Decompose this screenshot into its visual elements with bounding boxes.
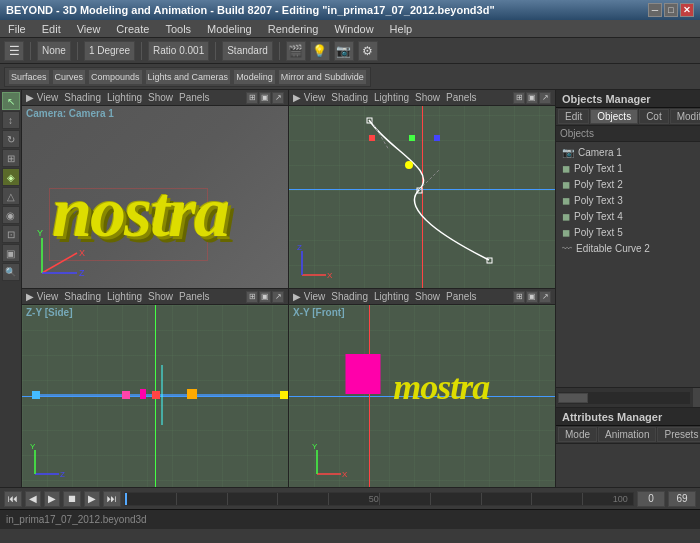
vp-camera-corner-2[interactable]: ▣ [259, 92, 271, 104]
vp-zy-corner-2[interactable]: ▣ [259, 291, 271, 303]
surfaces-tab[interactable]: Surfaces [8, 69, 50, 85]
attrs-tab-presets[interactable]: Presets [657, 427, 700, 442]
menu-item-rendering[interactable]: Rendering [264, 22, 323, 36]
stop-button[interactable]: ⏹ [63, 491, 81, 507]
vp-xz-view-menu[interactable]: ▶ View [293, 92, 325, 103]
camera-icon[interactable]: 📷 [334, 41, 354, 61]
vp-xz-show-menu[interactable]: Show [415, 92, 440, 103]
vp-zy-panels-menu[interactable]: Panels [179, 291, 210, 302]
maximize-button[interactable]: □ [664, 3, 678, 17]
vp-zy-corner-3[interactable]: ↗ [272, 291, 284, 303]
vp-xy-corner-2[interactable]: ▣ [526, 291, 538, 303]
vp-xz-corner-1[interactable]: ⊞ [513, 92, 525, 104]
standard-button[interactable]: Standard [222, 41, 273, 61]
menu-item-modeling[interactable]: Modeling [203, 22, 256, 36]
vp-camera-corner-1[interactable]: ⊞ [246, 92, 258, 104]
vp-xz-shading-menu[interactable]: Shading [331, 92, 368, 103]
vp-zy-corner-1[interactable]: ⊞ [246, 291, 258, 303]
timeline[interactable]: 50 100 [124, 492, 634, 506]
obj-editable-curve[interactable]: 〰 Editable Curve 2 [558, 240, 698, 256]
frame-current[interactable]: 0 [637, 491, 665, 507]
play-button[interactable]: ▶ [44, 491, 60, 507]
vp-camera-shading-menu[interactable]: Shading [64, 92, 101, 103]
ratio-button[interactable]: Ratio 0.001 [148, 41, 209, 61]
obj-poly-text-2[interactable]: ◼ Poly Text 2 [558, 176, 698, 192]
tab-cot[interactable]: Cot [639, 109, 669, 124]
left-icon-rotate[interactable]: ↻ [2, 130, 20, 148]
attrs-tab-mode[interactable]: Mode [558, 427, 597, 442]
left-icon-poly[interactable]: △ [2, 187, 20, 205]
vp-xy-panels-menu[interactable]: Panels [446, 291, 477, 302]
none-button[interactable]: None [37, 41, 71, 61]
tab-modifiers[interactable]: Modifiers [670, 109, 700, 124]
vp-zy-show-menu[interactable]: Show [148, 291, 173, 302]
tab-objects[interactable]: Objects [590, 109, 638, 124]
left-icon-select[interactable]: ↖ [2, 92, 20, 110]
objects-scrollbar[interactable] [556, 387, 700, 407]
vp-zy-shading-menu[interactable]: Shading [64, 291, 101, 302]
lights-cameras-tab[interactable]: Lights and Cameras [145, 69, 232, 85]
prev-frame-button[interactable]: ◀ [25, 491, 41, 507]
menu-item-edit[interactable]: Edit [38, 22, 65, 36]
left-icon-box[interactable]: ⊡ [2, 225, 20, 243]
modeling-tab[interactable]: Modeling [233, 69, 276, 85]
vp-xy-shading-menu[interactable]: Shading [331, 291, 368, 302]
menu-item-tools[interactable]: Tools [161, 22, 195, 36]
vp-xz-corner-2[interactable]: ▣ [526, 92, 538, 104]
obj-poly-text-3[interactable]: ◼ Poly Text 3 [558, 192, 698, 208]
minimize-button[interactable]: ─ [648, 3, 662, 17]
vp-zy-lighting-menu[interactable]: Lighting [107, 291, 142, 302]
settings-icon[interactable]: ⚙ [358, 41, 378, 61]
vp-camera-view-menu[interactable]: ▶ View [26, 92, 58, 103]
render-icon[interactable]: 🎬 [286, 41, 306, 61]
skip-end-button[interactable]: ⏭ [103, 491, 121, 507]
vp-xy-corner-3[interactable]: ↗ [539, 291, 551, 303]
next-frame-button[interactable]: ▶ [84, 491, 100, 507]
left-icon-snap[interactable]: ◈ [2, 168, 20, 186]
skip-start-button[interactable]: ⏮ [4, 491, 22, 507]
vp-camera-show-menu[interactable]: Show [148, 92, 173, 103]
left-icon-move[interactable]: ↕ [2, 111, 20, 129]
obj-poly-text-5[interactable]: ◼ Poly Text 5 [558, 224, 698, 240]
title-bar: BEYOND - 3D Modeling and Animation - Bui… [0, 0, 700, 20]
degree-button[interactable]: 1 Degree [84, 41, 135, 61]
vp-xz-corner-3[interactable]: ↗ [539, 92, 551, 104]
vp-zy-view-menu[interactable]: ▶ View [26, 291, 58, 302]
vp-camera-lighting-menu[interactable]: Lighting [107, 92, 142, 103]
vp-xz-lighting-menu[interactable]: Lighting [374, 92, 409, 103]
menu-item-file[interactable]: File [4, 22, 30, 36]
viewport-zy[interactable]: ▶ View Shading Lighting Show Panels ⊞ ▣ … [22, 289, 288, 487]
vp-camera-panels-menu[interactable]: Panels [179, 92, 210, 103]
mirror-subdivide-tab[interactable]: Mirror and Subdivide [278, 69, 367, 85]
vp-xy-show-menu[interactable]: Show [415, 291, 440, 302]
vp-xy-lighting-menu[interactable]: Lighting [374, 291, 409, 302]
obj-camera-1[interactable]: 📷 Camera 1 [558, 144, 698, 160]
vp-xy-view-menu[interactable]: ▶ View [293, 291, 325, 302]
left-icon-zoom[interactable]: 🔍 [2, 263, 20, 281]
vp-xz-panels-menu[interactable]: Panels [446, 92, 477, 103]
vp-camera-corner-3[interactable]: ↗ [272, 92, 284, 104]
attributes-manager: Attributes Manager Mode Animation Preset… [556, 407, 700, 487]
bottom-bar: ⏮ ◀ ▶ ⏹ ▶ ⏭ 50 100 0 69 [0, 487, 700, 509]
menu-item-window[interactable]: Window [330, 22, 377, 36]
viewport-xz[interactable]: ▶ View Shading Lighting Show Panels ⊞ ▣ … [289, 90, 555, 288]
menu-item-help[interactable]: Help [386, 22, 417, 36]
tab-edit[interactable]: Edit [558, 109, 589, 124]
curves-tab[interactable]: Curves [52, 69, 87, 85]
viewport-camera[interactable]: ▶ View Shading Lighting Show Panels ⊞ ▣ … [22, 90, 288, 288]
light-icon[interactable]: 💡 [310, 41, 330, 61]
menu-item-create[interactable]: Create [112, 22, 153, 36]
compounds-tab[interactable]: Compounds [88, 69, 143, 85]
left-icon-paint[interactable]: ▣ [2, 244, 20, 262]
attrs-tab-animation[interactable]: Animation [598, 427, 656, 442]
left-icon-scale[interactable]: ⊞ [2, 149, 20, 167]
menu-item-view[interactable]: View [73, 22, 105, 36]
viewport-xy[interactable]: ▶ View Shading Lighting Show Panels ⊞ ▣ … [289, 289, 555, 487]
left-icon-edit[interactable]: ◉ [2, 206, 20, 224]
vp-xy-corner-1[interactable]: ⊞ [513, 291, 525, 303]
close-button[interactable]: ✕ [680, 3, 694, 17]
toolbar-icon-1[interactable]: ☰ [4, 41, 24, 61]
frame-end[interactable]: 69 [668, 491, 696, 507]
obj-poly-text-1[interactable]: ◼ Poly Text 1 [558, 160, 698, 176]
obj-poly-text-4[interactable]: ◼ Poly Text 4 [558, 208, 698, 224]
